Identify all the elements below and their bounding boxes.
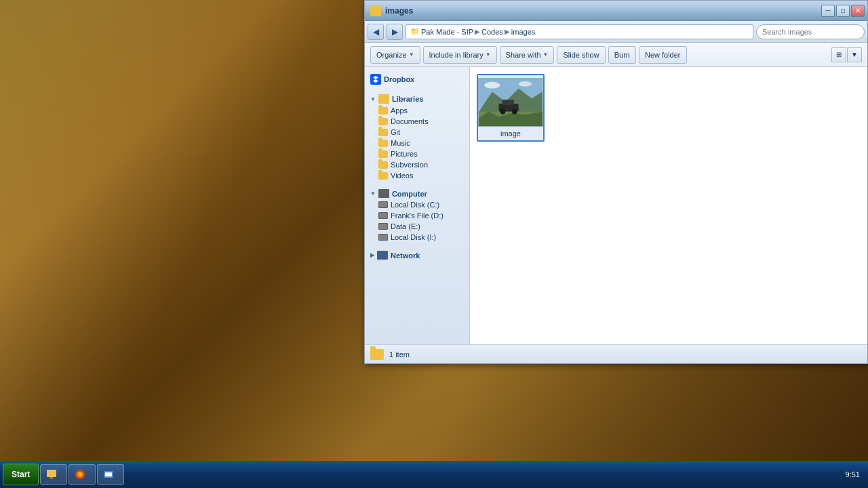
address-bar: ◀ ▶ 📁 Pak Made - SIP ▶ Codes ▶ images bbox=[365, 21, 867, 43]
svg-rect-12 bbox=[48, 479, 55, 479]
dropbox-label: Dropbox bbox=[384, 75, 414, 83]
local-c-label: Local Disk (C:) bbox=[391, 201, 439, 209]
title-bar-left: images bbox=[370, 5, 413, 16]
sidebar-item-git[interactable]: Git bbox=[365, 127, 469, 138]
svg-rect-11 bbox=[50, 477, 53, 479]
view-btn-group: ⊞ ▼ bbox=[831, 47, 862, 62]
title-bar: images ─ □ ✕ bbox=[365, 1, 867, 21]
network-icon bbox=[377, 251, 388, 260]
slide-show-button[interactable]: Slide show bbox=[557, 46, 605, 64]
sidebar-item-documents[interactable]: Documents bbox=[365, 116, 469, 127]
toolbar: Organize ▼ Include in library ▼ Share wi… bbox=[365, 43, 867, 67]
organize-label: Organize bbox=[376, 51, 407, 59]
burn-label: Burn bbox=[614, 51, 630, 59]
music-label: Music bbox=[391, 139, 410, 147]
clock-time: 9:51 bbox=[846, 470, 860, 479]
organize-button[interactable]: Organize ▼ bbox=[370, 46, 420, 64]
sidebar-item-subversion[interactable]: Subversion bbox=[365, 159, 469, 170]
thumbnail-svg bbox=[479, 79, 542, 126]
breadcrumb: 📁 Pak Made - SIP ▶ Codes ▶ images bbox=[406, 24, 753, 39]
title-bar-controls: ─ □ ✕ bbox=[821, 5, 865, 17]
music-folder-icon bbox=[378, 140, 388, 147]
disk-e-icon bbox=[378, 223, 388, 230]
share-with-label: Share with bbox=[506, 51, 541, 59]
libraries-label: Libraries bbox=[392, 95, 423, 103]
taskbar-item-2[interactable] bbox=[68, 464, 96, 485]
svg-point-8 bbox=[484, 82, 500, 89]
data-e-label: Data (E:) bbox=[391, 222, 420, 230]
maximize-button[interactable]: □ bbox=[836, 5, 850, 17]
subversion-label: Subversion bbox=[391, 161, 428, 169]
pictures-label: Pictures bbox=[391, 150, 418, 158]
window-icon bbox=[370, 5, 381, 16]
main-content: Dropbox ▼ Libraries Apps Documents bbox=[365, 67, 867, 344]
git-label: Git bbox=[391, 128, 400, 136]
sidebar-item-data-e[interactable]: Data (E:) bbox=[365, 221, 469, 232]
sidebar-header-computer[interactable]: ▼ Computer bbox=[365, 186, 469, 199]
videos-label: Videos bbox=[391, 171, 413, 180]
file-label: image bbox=[500, 129, 521, 138]
share-with-button[interactable]: Share with ▼ bbox=[500, 46, 555, 64]
sidebar-section-dropbox: Dropbox bbox=[365, 67, 469, 87]
taskbar-items bbox=[40, 464, 838, 485]
status-bar: 1 item bbox=[365, 344, 867, 363]
sidebar-item-apps[interactable]: Apps bbox=[365, 105, 469, 116]
git-folder-icon bbox=[378, 129, 388, 136]
sidebar-item-network[interactable]: ▶ Network bbox=[365, 248, 469, 261]
dropbox-icon bbox=[370, 74, 381, 85]
libraries-collapse-icon: ▼ bbox=[370, 96, 376, 102]
taskbar-item-3[interactable] bbox=[97, 464, 124, 485]
sidebar-section-computer: ▼ Computer Local Disk (C:) Frank's File … bbox=[365, 182, 469, 244]
back-button[interactable]: ◀ bbox=[368, 24, 384, 40]
view-button-list[interactable]: ▼ bbox=[847, 47, 862, 62]
include-dropdown-arrow: ▼ bbox=[486, 52, 491, 58]
taskbar-clock: 9:51 bbox=[840, 470, 865, 479]
breadcrumb-item-3[interactable]: images bbox=[511, 28, 535, 36]
include-in-library-button[interactable]: Include in library ▼ bbox=[423, 46, 497, 64]
burn-button[interactable]: Burn bbox=[608, 46, 636, 64]
file-view: image bbox=[470, 67, 867, 344]
start-label: Start bbox=[12, 470, 30, 479]
forward-button[interactable]: ▶ bbox=[387, 24, 403, 40]
search-input[interactable] bbox=[756, 24, 865, 39]
file-item[interactable]: image bbox=[477, 74, 545, 142]
network-collapse-icon: ▶ bbox=[370, 252, 374, 258]
include-in-library-label: Include in library bbox=[429, 51, 484, 59]
sidebar-section-libraries: ▼ Libraries Apps Documents Git bbox=[365, 87, 469, 182]
sidebar-item-pictures[interactable]: Pictures bbox=[365, 148, 469, 159]
sidebar-item-videos[interactable]: Videos bbox=[365, 170, 469, 181]
libraries-icon bbox=[378, 94, 389, 104]
close-button[interactable]: ✕ bbox=[851, 5, 865, 17]
svg-point-6 bbox=[500, 109, 505, 115]
view-button-tiles[interactable]: ⊞ bbox=[831, 47, 846, 62]
taskbar-item-1[interactable] bbox=[40, 464, 67, 485]
svg-marker-3 bbox=[479, 112, 542, 126]
sidebar-item-dropbox[interactable]: Dropbox bbox=[365, 71, 469, 86]
sidebar-item-franks-d[interactable]: Frank's File (D:) bbox=[365, 210, 469, 221]
svg-point-15 bbox=[79, 473, 81, 476]
pictures-folder-icon bbox=[378, 150, 388, 158]
file-thumbnail bbox=[478, 78, 543, 127]
apps-label: Apps bbox=[391, 106, 408, 115]
sidebar-item-music[interactable]: Music bbox=[365, 138, 469, 148]
disk-d-icon bbox=[378, 212, 388, 219]
breadcrumb-item-2[interactable]: Codes bbox=[481, 28, 503, 36]
apps-folder-icon bbox=[378, 107, 388, 115]
minimize-button[interactable]: ─ bbox=[821, 5, 835, 17]
documents-label: Documents bbox=[391, 117, 429, 125]
svg-rect-17 bbox=[105, 472, 112, 476]
sidebar-item-local-c[interactable]: Local Disk (C:) bbox=[365, 199, 469, 210]
svg-rect-5 bbox=[502, 100, 514, 105]
slide-show-label: Slide show bbox=[563, 51, 599, 59]
share-dropdown-arrow: ▼ bbox=[543, 52, 549, 58]
sidebar-header-libraries[interactable]: ▼ Libraries bbox=[365, 92, 469, 105]
computer-icon bbox=[378, 189, 389, 198]
breadcrumb-sep-1: ▶ bbox=[475, 28, 480, 35]
status-folder-icon bbox=[370, 349, 384, 360]
sidebar-item-local-i[interactable]: Local Disk (I:) bbox=[365, 232, 469, 243]
start-button[interactable]: Start bbox=[3, 464, 39, 485]
taskbar: Start 9:51 bbox=[0, 461, 868, 488]
videos-folder-icon bbox=[378, 172, 388, 180]
new-folder-button[interactable]: New folder bbox=[639, 46, 687, 64]
breadcrumb-item-1[interactable]: Pak Made - SIP bbox=[421, 28, 473, 36]
